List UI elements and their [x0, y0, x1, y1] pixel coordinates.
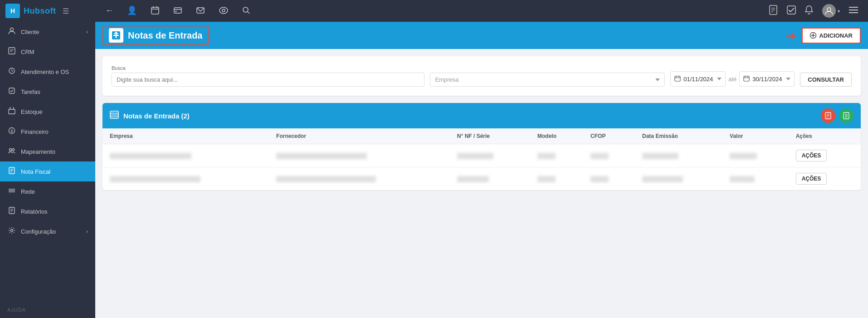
configuracao-arrow-icon: ›	[86, 229, 88, 234]
messages-tab[interactable]	[190, 0, 211, 22]
bell-icon-btn[interactable]	[802, 4, 816, 19]
svg-point-7	[219, 7, 228, 14]
financeiro-icon: $	[7, 127, 16, 136]
sidebar-label-tarefas: Tarefas	[21, 88, 40, 95]
pdf-icon-btn[interactable]	[766, 3, 780, 19]
rede-icon	[7, 187, 16, 196]
estoque-icon	[7, 107, 16, 116]
sidebar-item-nota-fiscal[interactable]: Nota Fiscal	[0, 161, 95, 181]
main-layout: Cliente › CRM Atendimento e OS Tarefas	[0, 22, 868, 318]
finance-tab[interactable]	[167, 0, 189, 22]
sidebar-label-crm: CRM	[21, 49, 34, 55]
date-from-select[interactable]: 01/11/2024	[683, 76, 722, 83]
table-header-left: Notas de Entrada (2)	[110, 111, 190, 121]
arrow-indicator-icon: ➔	[785, 28, 796, 43]
sidebar-item-cliente[interactable]: Cliente ›	[0, 22, 95, 42]
acoes-button-2[interactable]: AÇÕES	[796, 173, 827, 185]
sidebar-label-relatorios: Relatórios	[21, 208, 48, 215]
svg-text:$: $	[11, 129, 13, 133]
notas-table: Empresa Fornecedor N° NF / Série Modelo …	[102, 128, 861, 190]
crm-icon	[7, 47, 16, 56]
svg-point-8	[222, 9, 225, 12]
sidebar-item-estoque[interactable]: Estoque	[0, 102, 95, 122]
check-icon-btn[interactable]	[784, 4, 799, 19]
top-nav-tabs: ← 👤	[95, 0, 759, 22]
top-nav-right: ▾	[759, 2, 868, 20]
table-header-row: Empresa Fornecedor N° NF / Série Modelo …	[102, 128, 861, 144]
svg-point-29	[12, 149, 15, 151]
back-button[interactable]: ←	[99, 0, 120, 22]
cliente-arrow-icon: ›	[86, 29, 88, 34]
logo-icon: H	[5, 4, 20, 18]
svg-point-20	[10, 28, 14, 31]
sidebar-item-relatorios[interactable]: Relatórios	[0, 201, 95, 221]
busca-field: Busca	[112, 65, 424, 87]
svg-rect-21	[9, 48, 15, 54]
cliente-icon	[7, 27, 16, 36]
sidebar-label-mapeamento: Mapeamento	[21, 148, 55, 155]
notas-entrada-header-icon	[109, 28, 123, 43]
add-button-container: ➔ ADICIONAR	[802, 28, 861, 44]
date-group: 01/11/2024 até 30/11/2024	[670, 71, 795, 87]
page-header: Notas de Entrada ➔ ADICIONAR	[95, 22, 868, 49]
cell-cfop-1	[583, 144, 635, 167]
relatorios-icon	[7, 207, 16, 216]
sidebar-item-financeiro[interactable]: $ Financeiro	[0, 122, 95, 142]
table-title: Notas de Entrada (2)	[123, 112, 190, 120]
view-tab[interactable]	[212, 0, 235, 22]
calendar-tab[interactable]	[144, 0, 166, 22]
calendar-to-icon[interactable]	[743, 75, 750, 83]
mapeamento-icon	[7, 147, 16, 156]
search-row: Busca Empresa	[112, 65, 852, 87]
page-body: Busca Empresa	[95, 49, 868, 318]
sidebar-label-rede: Rede	[21, 188, 35, 195]
search-tab[interactable]	[236, 0, 257, 22]
configuracao-icon	[7, 227, 16, 236]
sidebar-item-tarefas[interactable]: Tarefas	[0, 82, 95, 102]
svg-rect-0	[151, 7, 159, 14]
consultar-button[interactable]: CONSULTAR	[800, 73, 852, 87]
atendimento-icon	[7, 67, 16, 76]
svg-point-5	[176, 11, 177, 12]
date-to-select[interactable]: 30/11/2024	[752, 76, 790, 83]
add-button[interactable]: ADICIONAR	[802, 28, 861, 44]
sidebar-item-rede[interactable]: Rede	[0, 181, 95, 201]
cell-empresa-1	[102, 144, 269, 167]
hamburger-icon-btn[interactable]	[846, 5, 861, 18]
empresa-select[interactable]: Empresa	[430, 73, 665, 87]
col-cfop: CFOP	[583, 128, 635, 144]
calendar-from-icon[interactable]	[674, 75, 681, 83]
sidebar-label-cliente: Cliente	[21, 29, 39, 35]
sidebar-item-crm[interactable]: CRM	[0, 42, 95, 62]
sidebar-item-configuracao[interactable]: Configuração ›	[0, 221, 95, 241]
table-header: Notas de Entrada (2)	[102, 103, 861, 128]
table-header-icon	[110, 111, 119, 121]
cell-data-1	[635, 144, 722, 167]
date-from-field: 01/11/2024	[670, 71, 726, 87]
svg-rect-50	[744, 76, 749, 81]
excel-export-button[interactable]	[839, 108, 853, 123]
sidebar: Cliente › CRM Atendimento e OS Tarefas	[0, 22, 95, 318]
table-row: AÇÕES	[102, 167, 861, 191]
sidebar-label-nota-fiscal: Nota Fiscal	[21, 168, 50, 175]
acoes-button-1[interactable]: AÇÕES	[796, 150, 827, 161]
col-empresa: Empresa	[102, 128, 269, 144]
pdf-export-button[interactable]	[821, 108, 835, 123]
table-row: AÇÕES	[102, 144, 861, 167]
busca-input[interactable]	[112, 73, 424, 87]
date-to-field: 30/11/2024	[739, 71, 795, 87]
cell-acoes-1: AÇÕES	[789, 144, 861, 167]
svg-rect-46	[675, 76, 680, 81]
cell-modelo-2	[530, 167, 583, 191]
avatar	[822, 4, 836, 18]
content-area: Notas de Entrada ➔ ADICIONAR Busca	[95, 22, 868, 318]
logo-area: H Hubsoft ☰	[0, 4, 95, 18]
table-header-actions	[821, 108, 853, 123]
avatar-area[interactable]: ▾	[819, 2, 843, 20]
profile-tab[interactable]: 👤	[121, 0, 143, 22]
col-fornecedor: Fornecedor	[269, 128, 450, 144]
nota-fiscal-icon	[7, 167, 16, 176]
collapse-icon[interactable]: ☰	[63, 7, 69, 15]
sidebar-item-mapeamento[interactable]: Mapeamento	[0, 142, 95, 161]
sidebar-item-atendimento[interactable]: Atendimento e OS	[0, 62, 95, 82]
